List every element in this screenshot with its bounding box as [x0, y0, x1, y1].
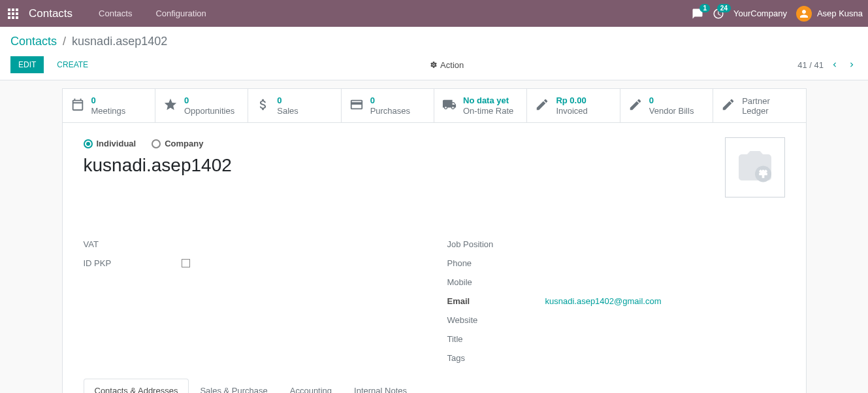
- stat-opportunities-label: Opportunities: [184, 106, 234, 116]
- fields-right: Job Position Phone Mobile Email kusnadi.…: [447, 235, 785, 367]
- field-tags: Tags: [447, 349, 785, 367]
- pager-next-icon[interactable]: [846, 59, 858, 71]
- action-label: Action: [440, 60, 464, 70]
- stat-purchases-value: 0: [370, 95, 410, 106]
- field-phone: Phone: [447, 254, 785, 273]
- svg-rect-3: [8, 12, 10, 15]
- main-navbar: Contacts Contacts Configuration 1 24 You…: [0, 0, 868, 27]
- action-dropdown[interactable]: Action: [430, 60, 464, 70]
- stat-sales[interactable]: 0 Sales: [248, 89, 341, 122]
- job-position-label: Job Position: [447, 239, 545, 249]
- stat-meetings-value: 0: [91, 95, 126, 106]
- idpkp-label: ID PKP: [84, 258, 182, 268]
- contact-type-radio: Individual Company: [84, 139, 785, 148]
- pager-prev-icon[interactable]: [829, 59, 841, 71]
- stat-meetings-label: Meetings: [91, 106, 126, 116]
- form-body: Individual Company kusnadi.asep1402 VAT …: [63, 123, 806, 378]
- nav-link-configuration[interactable]: Configuration: [146, 9, 215, 18]
- email-label: Email: [447, 296, 545, 306]
- field-vat: VAT: [84, 235, 421, 254]
- title-label: Title: [447, 334, 545, 344]
- field-idpkp: ID PKP: [84, 254, 421, 273]
- stat-opportunities[interactable]: 0 Opportunities: [155, 89, 248, 122]
- radio-individual[interactable]: Individual: [84, 139, 137, 148]
- pager: 41 / 41: [797, 59, 858, 71]
- navbar-left: Contacts Contacts Configuration: [5, 6, 216, 22]
- stat-purchases-text: 0 Purchases: [370, 95, 410, 116]
- field-title: Title: [447, 330, 785, 349]
- company-switcher[interactable]: YourCompany: [733, 9, 787, 18]
- edit-button[interactable]: Edit: [10, 56, 44, 73]
- tab-accounting[interactable]: Accounting: [279, 379, 343, 393]
- messages-button[interactable]: 1: [692, 8, 703, 20]
- tabs-container: Contacts & Addresses Sales & Purchase Ac…: [63, 378, 806, 393]
- stat-vendor-bills[interactable]: 0 Vendor Bills: [620, 89, 713, 122]
- avatar-icon: [796, 6, 812, 22]
- fields-columns: VAT ID PKP Job Position Phone Mobile: [84, 235, 785, 367]
- radio-on-icon: [84, 139, 93, 148]
- stat-opportunities-text: 0 Opportunities: [184, 95, 234, 116]
- nav-link-contacts[interactable]: Contacts: [89, 9, 141, 18]
- stat-purchases[interactable]: 0 Purchases: [342, 89, 434, 122]
- stat-partner-ledger[interactable]: Partner Ledger: [713, 89, 805, 122]
- form-sheet: 0 Meetings 0 Opportunities 0 Sales: [62, 88, 807, 393]
- user-name: Asep Kusna: [817, 9, 863, 18]
- activities-button[interactable]: 24: [713, 8, 724, 20]
- stat-vendor-bills-label: Vendor Bills: [649, 106, 694, 116]
- pager-text[interactable]: 41 / 41: [797, 60, 824, 70]
- field-email: Email kusnadi.asep1402@gmail.com: [447, 292, 785, 311]
- stat-invoiced[interactable]: Rp 0.00 Invoiced: [527, 89, 620, 122]
- svg-rect-2: [16, 9, 18, 11]
- control-panel-center: Action: [96, 60, 797, 70]
- svg-rect-6: [8, 16, 10, 19]
- star-icon: [163, 97, 178, 114]
- radio-company-label: Company: [165, 139, 203, 148]
- idpkp-checkbox[interactable]: [182, 259, 190, 267]
- tab-contacts-addresses[interactable]: Contacts & Addresses: [84, 379, 189, 393]
- stat-sales-text: 0 Sales: [277, 95, 298, 116]
- field-job-position: Job Position: [447, 235, 785, 254]
- phone-label: Phone: [447, 258, 545, 268]
- truck-icon: [442, 97, 457, 114]
- radio-off-icon: [152, 139, 161, 148]
- contact-name: kusnadi.asep1402: [84, 155, 785, 176]
- app-title[interactable]: Contacts: [29, 7, 72, 20]
- breadcrumb-separator: /: [63, 35, 66, 48]
- stat-invoiced-value: Rp 0.00: [556, 95, 587, 106]
- radio-company[interactable]: Company: [152, 139, 203, 148]
- field-website: Website: [447, 311, 785, 330]
- stat-purchases-label: Purchases: [370, 106, 410, 116]
- apps-launcher-icon[interactable]: [5, 6, 21, 22]
- dollar-icon: [256, 97, 270, 114]
- tab-internal-notes[interactable]: Internal Notes: [343, 379, 418, 393]
- stat-sales-label: Sales: [277, 106, 298, 116]
- website-label: Website: [447, 315, 545, 325]
- stat-ontime-label: On-time Rate: [463, 106, 513, 116]
- user-menu[interactable]: Asep Kusna: [796, 6, 863, 22]
- svg-rect-1: [12, 9, 14, 11]
- pencil-square-icon: [628, 97, 643, 114]
- stat-ontime-value: No data yet: [463, 95, 513, 106]
- stat-ontime[interactable]: No data yet On-time Rate: [434, 89, 527, 122]
- stat-vendor-bills-text: 0 Vendor Bills: [649, 95, 694, 116]
- fields-left: VAT ID PKP: [84, 235, 421, 367]
- stat-invoiced-text: Rp 0.00 Invoiced: [556, 95, 587, 116]
- stat-buttons-row: 0 Meetings 0 Opportunities 0 Sales: [63, 89, 806, 123]
- mobile-label: Mobile: [447, 277, 545, 287]
- stat-invoiced-label: Invoiced: [556, 106, 587, 116]
- image-placeholder[interactable]: [725, 137, 785, 197]
- create-button[interactable]: Create: [49, 56, 96, 73]
- calendar-icon: [71, 97, 85, 114]
- radio-individual-label: Individual: [97, 139, 137, 148]
- breadcrumb-root[interactable]: Contacts: [10, 35, 57, 48]
- stat-vendor-bills-value: 0: [649, 95, 694, 106]
- tab-sales-purchase[interactable]: Sales & Purchase: [189, 379, 278, 393]
- stat-meetings-text: 0 Meetings: [91, 95, 126, 116]
- vat-label: VAT: [84, 239, 182, 249]
- stat-meetings[interactable]: 0 Meetings: [63, 89, 155, 122]
- pencil-square-icon: [535, 97, 549, 114]
- email-value[interactable]: kusnadi.asep1402@gmail.com: [545, 296, 662, 306]
- notebook-tabs: Contacts & Addresses Sales & Purchase Ac…: [84, 378, 785, 393]
- control-panel: Contacts / kusnadi.asep1402 Edit Create …: [0, 27, 868, 80]
- messages-badge: 1: [699, 4, 710, 12]
